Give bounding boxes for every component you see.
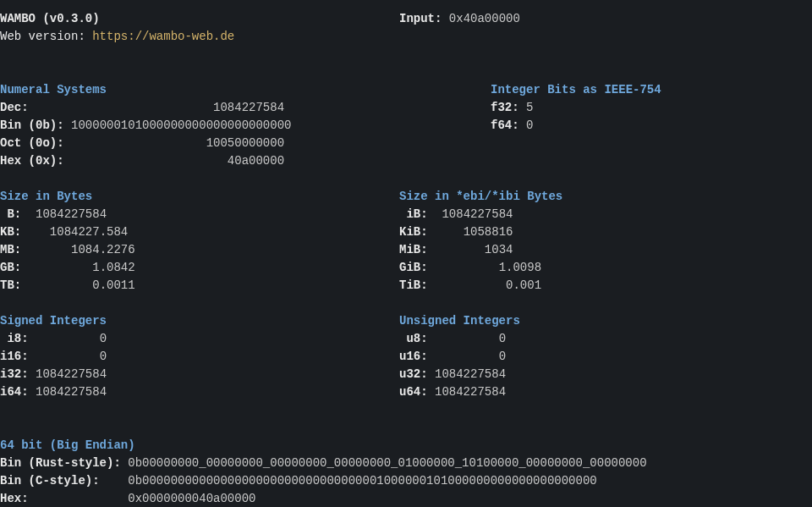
i64-value: 1084227584 (36, 385, 107, 399)
tib-value: 0.001 (506, 278, 541, 292)
bytes-heading: Size in Bytes (0, 188, 399, 206)
big-endian-heading: 64 bit (Big Endian) (0, 437, 812, 455)
i16-value: 0 (100, 350, 107, 363)
i32-label: i32: (0, 367, 29, 381)
ieee-heading: Integer Bits as IEEE-754 (491, 81, 661, 99)
i64-label: i64: (0, 385, 29, 399)
bin-rust-value: 0b00000000_00000000_00000000_00000000_01… (128, 456, 646, 470)
dec-value: 1084227584 (213, 101, 284, 114)
unsigned-heading: Unsigned Integers (399, 312, 812, 330)
bin-c-label: Bin (C-style): (0, 474, 100, 488)
ib-label: iB: (399, 207, 428, 221)
u8-value: 0 (499, 332, 506, 345)
i8-value: 0 (100, 332, 107, 345)
kb-label: KB: (0, 225, 21, 239)
bin-value: 1000000101000000000000000000000 (71, 118, 291, 132)
i8-label: i8: (0, 332, 29, 345)
i16-label: i16: (0, 350, 29, 363)
u8-label: u8: (399, 332, 428, 345)
f32-value: 5 (526, 101, 533, 114)
hex64-value: 0x0000000040a00000 (128, 492, 255, 505)
f64-label: f64: (491, 118, 519, 132)
u16-value: 0 (499, 350, 506, 363)
gb-label: GB: (0, 261, 21, 274)
numeral-systems-heading: Numeral Systems (0, 81, 491, 99)
u32-value: 1084227584 (435, 367, 506, 381)
web-link[interactable]: https://wambo-web.de (92, 30, 234, 43)
oct-value: 10050000000 (206, 136, 284, 150)
input-value: 0x40a00000 (449, 12, 520, 25)
mib-label: MiB: (399, 243, 428, 256)
gb-value: 1.0842 (92, 261, 134, 274)
tb-label: TB: (0, 278, 21, 292)
u32-label: u32: (399, 367, 428, 381)
bin-label: Bin (0b): (0, 118, 64, 132)
hex-pad (64, 154, 228, 168)
dec-label: Dec: (0, 101, 29, 114)
gib-value: 1.0098 (499, 261, 541, 274)
b-value: 1084227584 (36, 207, 107, 221)
u16-label: u16: (399, 350, 428, 363)
kb-value: 1084227.584 (50, 225, 128, 239)
dec-pad (29, 101, 213, 114)
tib-label: TiB: (399, 278, 428, 292)
mib-value: 1034 (485, 243, 513, 256)
tb-value: 0.0011 (92, 278, 134, 292)
hex-label: Hex (0x): (0, 154, 64, 168)
ib-value: 1084227584 (442, 207, 513, 221)
hex64-label: Hex: (0, 492, 29, 505)
gib-label: GiB: (399, 261, 428, 274)
app-title: WAMBO (v0.3.0) (0, 12, 100, 25)
bin-rust-label: Bin (Rust-style): (0, 456, 121, 470)
u64-label: u64: (399, 385, 428, 399)
web-version-label: Web version: (0, 30, 92, 43)
bin-c-value: 0b00000000000000000000000000000000010000… (128, 474, 597, 488)
f64-value: 0 (526, 118, 533, 132)
mb-value: 1084.2276 (71, 243, 135, 256)
i32-value: 1084227584 (36, 367, 107, 381)
b-label: B: (0, 207, 21, 221)
u64-value: 1084227584 (435, 385, 506, 399)
input-label: Input: (399, 12, 442, 25)
oct-label: Oct (0o): (0, 136, 64, 150)
oct-pad (64, 136, 206, 150)
hex-value: 40a00000 (228, 154, 284, 168)
mb-label: MB: (0, 243, 21, 256)
signed-heading: Signed Integers (0, 312, 399, 330)
ibytes-heading: Size in *ebi/*ibi Bytes (399, 188, 812, 206)
kib-label: KiB: (399, 225, 428, 239)
f32-label: f32: (491, 101, 519, 114)
kib-value: 1058816 (464, 225, 513, 239)
